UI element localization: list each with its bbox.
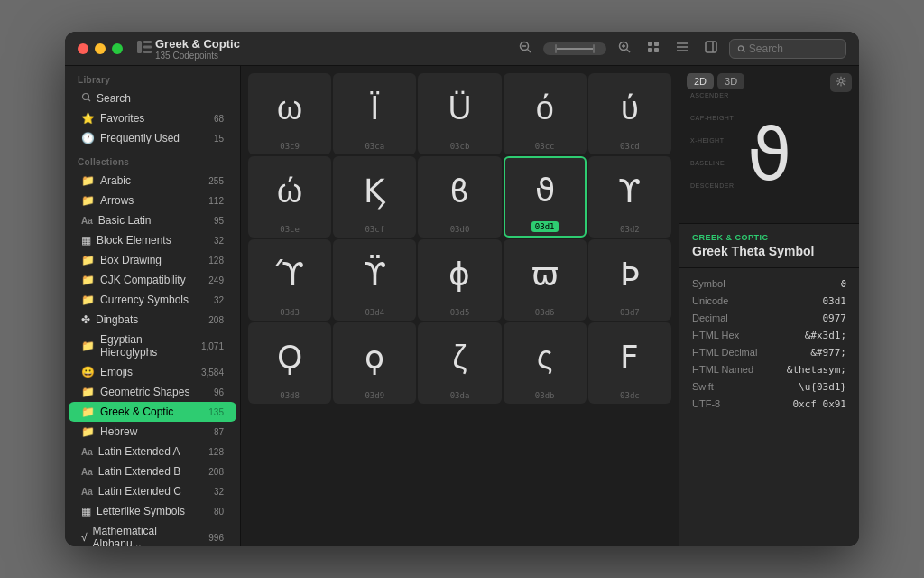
text-icon: Aa <box>81 216 93 226</box>
char-glyph: ϓ <box>276 245 303 304</box>
folder-icon: 📁 <box>81 340 95 352</box>
char-code: 03dc <box>620 391 640 400</box>
sidebar-item-basic-latin[interactable]: Aa Basic Latin 95 <box>69 210 236 230</box>
sidebar-item-latin-ext-b[interactable]: Aa Latin Extended B 208 <box>69 461 236 481</box>
svg-line-8 <box>627 50 631 53</box>
detail-row-html-named: HTML Named &thetasym; <box>679 361 859 378</box>
sidebar-item-emojis[interactable]: 😀 Emojis 3,584 <box>69 362 236 382</box>
char-cell-03c9[interactable]: ω 03c9 <box>248 73 331 154</box>
sidebar-item-latin-ext-c[interactable]: Aa Latin Extended C 32 <box>69 481 236 501</box>
sidebar-item-count: 128 <box>208 447 224 457</box>
search-input[interactable] <box>749 42 838 55</box>
sidebar-item-cjk[interactable]: 📁 CJK Compatibility 249 <box>69 270 236 290</box>
char-cell-03d5[interactable]: ϕ 03d5 <box>418 239 501 321</box>
maximize-button[interactable] <box>112 43 123 54</box>
char-glyph: ϑ <box>535 163 555 218</box>
zoom-in-button[interactable] <box>614 39 635 58</box>
sidebar-item-count: 249 <box>208 275 224 285</box>
char-glyph: ό <box>536 79 554 138</box>
char-cell-03d4[interactable]: ϔ 03d4 <box>333 239 416 321</box>
sidebar-item-currency[interactable]: 📁 Currency Symbols 32 <box>69 290 236 310</box>
sidebar-item-label: Block Elements <box>97 234 210 247</box>
char-glyph: Ϙ <box>277 328 302 387</box>
list-view-button[interactable] <box>671 39 693 58</box>
sidebar-item-count: 68 <box>214 114 224 124</box>
char-cell-03d2[interactable]: ϒ 03d2 <box>588 156 671 238</box>
minimize-button[interactable] <box>95 43 106 54</box>
svg-rect-18 <box>706 42 716 52</box>
char-cell-03cf[interactable]: Ϗ 03cf <box>333 156 416 238</box>
detail-val: &#977; <box>810 347 846 359</box>
char-cell-03d7[interactable]: Ϸ 03d7 <box>588 239 671 321</box>
search-icon <box>81 92 91 105</box>
detail-rows: Symbol ϑ Unicode 03d1 Decimal 0977 HTML … <box>679 268 859 420</box>
sidebar-toggle-button[interactable] <box>134 39 155 58</box>
detail-key: Decimal <box>692 312 728 324</box>
char-glyph: ζ <box>453 328 467 387</box>
char-cell-03dc[interactable]: Ϝ 03dc <box>588 322 671 404</box>
char-cell-03cd[interactable]: ύ 03cd <box>588 73 671 154</box>
sidebar-item-letterlike[interactable]: ▦ Letterlike Symbols 80 <box>69 501 236 521</box>
char-glyph: ϙ <box>365 328 384 387</box>
char-cell-03d8[interactable]: Ϙ 03d8 <box>248 322 331 404</box>
detail-val: 0xcf 0x91 <box>792 398 846 410</box>
sidebar-item-block-elements[interactable]: ▦ Block Elements 32 <box>69 230 236 250</box>
sidebar-item-search[interactable]: Search <box>69 89 236 108</box>
svg-rect-12 <box>654 42 659 46</box>
sidebar-item-dingbats[interactable]: ✤ Dingbats 208 <box>69 310 236 330</box>
sidebar-item-frequently-used[interactable]: 🕐 Frequently Used 15 <box>69 128 236 148</box>
char-cell-03d3[interactable]: ϓ 03d3 <box>248 239 331 321</box>
char-glyph: ϐ <box>449 162 469 221</box>
text-icon: Aa <box>81 467 93 477</box>
sidebar-item-count: 80 <box>214 507 224 517</box>
window-subtitle: 135 Codepoints <box>155 51 240 61</box>
zoom-out-button[interactable] <box>514 39 536 58</box>
char-cell-03da[interactable]: ζ 03da <box>418 322 501 404</box>
detail-row-utf8: UTF-8 0xcf 0x91 <box>679 396 859 413</box>
char-code: 03d8 <box>280 391 300 400</box>
panel-toggle-button[interactable] <box>700 39 722 58</box>
char-cell-03d0[interactable]: ϐ 03d0 <box>418 156 501 238</box>
sidebar-item-label: Emojis <box>100 366 198 378</box>
character-grid-area: ω 03c9 Ï 03ca Ü 03cb ό 03cc ύ 03cd <box>241 66 679 546</box>
char-cell-03d6[interactable]: ϖ 03d6 <box>504 239 587 321</box>
sidebar-item-count: 112 <box>208 196 224 206</box>
sidebar-item-label: Mathematical Alphanu... <box>93 525 206 546</box>
char-glyph: ώ <box>277 162 302 221</box>
sidebar-item-arabic[interactable]: 📁 Arabic 255 <box>69 171 236 191</box>
char-cell-03cc[interactable]: ό 03cc <box>504 73 587 154</box>
char-name: Greek Theta Symbol <box>692 244 846 258</box>
collections-section-label: Collections <box>65 148 240 171</box>
sidebar-item-favorites[interactable]: ⭐ Favorites 68 <box>69 108 236 128</box>
sidebar-item-count: 208 <box>208 467 224 477</box>
char-cell-03ca[interactable]: Ï 03ca <box>333 73 416 154</box>
detail-row-html-hex: HTML Hex &#x3d1; <box>679 327 859 344</box>
char-cell-03d1[interactable]: ϑ 03d1 <box>504 156 587 238</box>
sidebar-item-hebrew[interactable]: 📁 Hebrew 87 <box>69 422 236 442</box>
detail-row-swift: Swift \u{03d1} <box>679 378 859 396</box>
titlebar: Greek & Coptic 135 Codepoints <box>65 32 859 66</box>
char-glyph: Ï <box>370 79 379 138</box>
sidebar-item-latin-ext-a[interactable]: Aa Latin Extended A 128 <box>69 442 236 461</box>
sidebar-item-count: 95 <box>214 216 224 226</box>
sidebar-item-egyptian[interactable]: 📁 Egyptian Hieroglyphs 1,071 <box>69 330 236 362</box>
svg-rect-0 <box>137 41 142 53</box>
grid-view-button[interactable] <box>642 39 664 58</box>
sidebar-item-greek-coptic[interactable]: 📁 Greek & Coptic 135 <box>69 402 236 422</box>
char-cell-03ce[interactable]: ώ 03ce <box>248 156 331 238</box>
close-button[interactable] <box>78 43 88 54</box>
sqrt-icon: √ <box>81 531 88 544</box>
sidebar-item-arrows[interactable]: 📁 Arrows 112 <box>69 191 236 210</box>
char-cell-03db[interactable]: ς 03db <box>504 322 587 404</box>
char-code: 03d7 <box>620 308 640 317</box>
svg-rect-13 <box>648 48 652 52</box>
svg-line-5 <box>528 50 531 53</box>
sidebar-item-label: Greek & Coptic <box>100 406 205 418</box>
char-cell-03cb[interactable]: Ü 03cb <box>418 73 501 154</box>
sidebar-item-geometric[interactable]: 📁 Geometric Shapes 96 <box>69 382 236 402</box>
sidebar-item-math[interactable]: √ Mathematical Alphanu... 996 <box>69 521 236 546</box>
sidebar-item-label: Hebrew <box>100 425 210 438</box>
char-cell-03d9[interactable]: ϙ 03d9 <box>333 322 416 404</box>
search-bar[interactable] <box>729 39 846 59</box>
sidebar-item-box-drawing[interactable]: 📁 Box Drawing 128 <box>69 250 236 270</box>
